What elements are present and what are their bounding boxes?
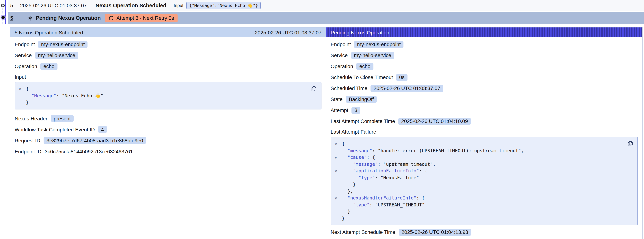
json-text: :	[370, 202, 375, 207]
input-section-label: Input	[15, 74, 322, 80]
input-json-viewer: ∨{ "Message": "Nexus Echo 👋"}	[15, 82, 322, 109]
retry-badge: Attempt 3 · Next Retry 0s	[105, 14, 178, 22]
input-label: Input	[174, 3, 184, 8]
event-row-pending-nexus-operation[interactable]: 5 Pending Nexus Operation Attempt 3 · Ne…	[8, 12, 644, 24]
failure-section-label: Last Attempt Failure	[330, 129, 638, 135]
field-label: State	[330, 96, 342, 102]
field-value-badge: 3	[352, 107, 360, 114]
code-line: ∨ "applicationFailureInfo": {	[331, 168, 623, 174]
field-value-badge: 2025-02-26 UTC 01:04:10.09	[398, 118, 471, 124]
field-label: Endpoint	[15, 41, 35, 47]
json-text: "NexusFailure"	[380, 175, 419, 180]
json-text: }	[342, 208, 350, 214]
json-text: {	[342, 141, 345, 146]
code-line: },	[331, 188, 623, 195]
json-text	[342, 195, 348, 200]
field-value-badge: 0s	[396, 74, 408, 81]
collapse-chevron-icon[interactable]: ∨	[19, 86, 21, 93]
field-value-badge: my-nexus-endpoint	[354, 41, 404, 48]
event-id-link[interactable]: 5	[10, 15, 13, 21]
field-row-request-id: Request ID3e829b7e-7d67-4b08-aad3-b1e868…	[15, 136, 322, 144]
json-text: {	[26, 86, 29, 92]
code-line: ∨{	[15, 86, 306, 92]
json-key: "nexusHandlerFailureInfo"	[348, 195, 416, 200]
copy-icon[interactable]	[311, 86, 317, 92]
field-label: Request ID	[15, 138, 40, 143]
json-text	[342, 148, 348, 153]
field-row-state: StateBackingOff	[330, 95, 638, 103]
json-text: },	[342, 188, 353, 194]
json-key: "message"	[348, 148, 372, 153]
timeline-node-current-icon	[1, 16, 4, 19]
field-row-next-attempt-schedule-time: Next Attempt Schedule Time2025-02-26 UTC…	[330, 228, 638, 236]
json-key: "type"	[358, 175, 375, 180]
json-text: : {	[419, 168, 427, 174]
code-line: }	[331, 181, 623, 188]
code-line: }	[331, 215, 623, 222]
timeline-active-indicator	[5, 0, 6, 24]
code-line: "type": "UPSTREAM_TIMEOUT"	[331, 202, 623, 208]
field-row-service: Servicemy-hello-service	[15, 51, 322, 59]
json-key: "Message"	[32, 93, 56, 98]
code-line: ∨ "cause": {	[331, 154, 623, 161]
scheduled-event-detail-panel: 5 Nexus Operation Scheduled 2025-02-26 U…	[10, 28, 326, 239]
json-text: :	[378, 161, 383, 167]
json-text	[342, 168, 353, 174]
field-row-nexus-header: Nexus Headerpresent	[15, 114, 322, 122]
field-row-endpoint: Endpointmy-nexus-endpoint	[330, 40, 638, 48]
retry-badge-text: Attempt 3 · Next Retry 0s	[116, 15, 174, 21]
input-preview-badge: {"Message":"Nexus Echo 👋"}	[186, 2, 261, 9]
json-text	[342, 202, 353, 207]
field-label: Endpoint ID	[15, 148, 41, 154]
json-key: "message"	[353, 161, 378, 167]
code-line: ∨ "nexusHandlerFailureInfo": {	[331, 195, 623, 202]
field-value-badge: my-hello-service	[35, 52, 78, 59]
timeline-node-open-icon	[1, 4, 5, 7]
event-detail-panels: 5 Nexus Operation Scheduled 2025-02-26 U…	[10, 27, 642, 239]
field-label: Service	[330, 52, 348, 58]
collapse-chevron-icon[interactable]: ∨	[335, 195, 337, 202]
field-row-attempt: Attempt3	[330, 106, 638, 114]
json-text: : {	[416, 195, 424, 200]
field-label: Workflow Task Completed Event ID	[15, 126, 95, 132]
json-key: "applicationFailureInfo"	[353, 168, 419, 174]
json-text: : {	[367, 154, 375, 160]
copy-icon[interactable]	[627, 140, 634, 147]
field-value-link[interactable]: 3c0c75ccfa8144b092c13ce632463761	[45, 148, 133, 154]
event-id-link[interactable]: 5	[10, 2, 13, 8]
field-value-badge: 2025-02-26 UTC 01:03:37.07	[371, 85, 443, 92]
field-value-badge: my-hello-service	[351, 52, 394, 59]
json-text: "UPSTREAM_TIMEOUT"	[375, 202, 425, 207]
pending-operation-detail-panel: Pending Nexus Operation Endpointmy-nexus…	[326, 28, 642, 239]
field-value-badge: BackingOff	[346, 96, 376, 103]
field-label: Last Attempt Complete Time	[330, 118, 395, 124]
json-text	[342, 161, 353, 167]
field-row-operation: Operationecho	[15, 62, 322, 70]
panel-header-time: 2025-02-26 UTC 01:03:37.07	[255, 30, 322, 35]
json-text: }	[342, 182, 356, 187]
nexus-operation-icon	[28, 15, 33, 21]
temporal-event-history-view: 5 2025-02-26 UTC 01:03:37.07 Nexus Opera…	[0, 0, 644, 239]
event-row-nexus-operation-scheduled[interactable]: 5 2025-02-26 UTC 01:03:37.07 Nexus Opera…	[8, 0, 644, 11]
json-text: }	[26, 100, 29, 105]
field-value-badge: echo	[40, 63, 58, 70]
collapse-chevron-icon[interactable]: ∨	[335, 141, 337, 148]
field-row-scheduled-time: Scheduled Time2025-02-26 UTC 01:03:37.07	[330, 84, 638, 92]
json-text: "upstream timeout"	[383, 161, 433, 167]
json-text: :	[56, 93, 62, 98]
scheduled-panel-header: 5 Nexus Operation Scheduled 2025-02-26 U…	[10, 28, 326, 37]
json-text	[342, 175, 358, 180]
field-label: Schedule To Close Timeout	[330, 74, 393, 80]
field-label: Service	[15, 52, 32, 58]
field-value-badge: 4	[98, 126, 107, 133]
field-label: Next Attempt Schedule Time	[330, 229, 395, 235]
json-text: ,	[521, 148, 524, 153]
field-label: Operation	[330, 63, 353, 69]
json-text: }	[342, 216, 345, 221]
panel-header-title: Pending Nexus Operation	[330, 30, 389, 35]
collapse-chevron-icon[interactable]: ∨	[335, 168, 337, 175]
collapse-chevron-icon[interactable]: ∨	[335, 154, 337, 161]
code-line: "message": "handler error (UPSTREAM_TIME…	[331, 147, 623, 154]
field-row-workflow-task-completed-event-id: Workflow Task Completed Event ID4	[15, 125, 322, 134]
field-value-badge: my-nexus-endpoint	[38, 41, 88, 48]
